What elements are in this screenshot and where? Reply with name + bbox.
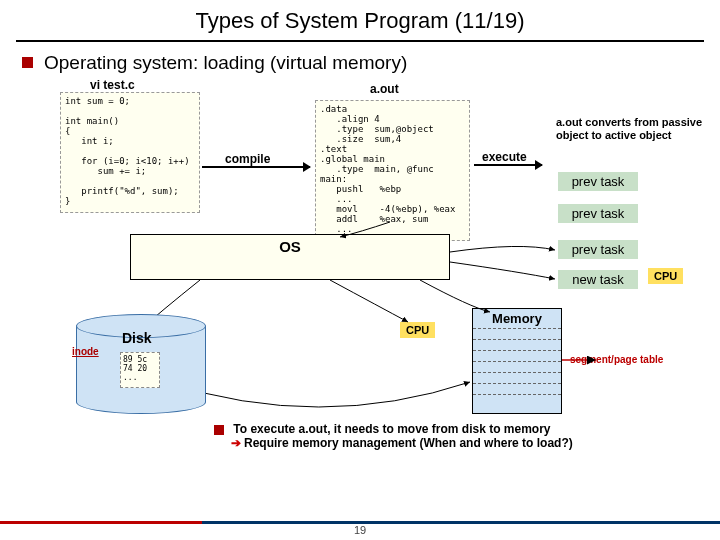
compile-label: compile	[225, 152, 270, 166]
page-number: 19	[0, 524, 720, 536]
section-header: Operating system: loading (virtual memor…	[0, 52, 720, 74]
memory-slot	[473, 383, 561, 394]
section-text: Operating system: loading (virtual memor…	[44, 52, 407, 73]
disk-label: Disk	[122, 330, 152, 346]
bottom-line2: Require memory management (When and wher…	[244, 436, 573, 450]
os-box: OS	[130, 234, 450, 280]
source-file-label: vi test.c	[90, 78, 135, 92]
page-title: Types of System Program (11/19)	[0, 0, 720, 40]
memory-box: Memory	[472, 308, 562, 414]
memory-slot	[473, 350, 561, 361]
prev-task-1: prev task	[558, 172, 638, 191]
prev-task-3: prev task	[558, 240, 638, 259]
inode-label: inode	[72, 346, 99, 357]
convert-explanation: a.out converts from passive object to ac…	[556, 116, 711, 142]
disk-file-block: 89 5c 74 20 ...	[120, 352, 160, 388]
bullet-icon	[214, 425, 224, 435]
cpu-badge-task: CPU	[648, 268, 683, 284]
bottom-note: To execute a.out, it needs to move from …	[214, 422, 714, 450]
segment-page-table-label: segment/page table	[570, 354, 663, 365]
memory-title: Memory	[473, 309, 561, 328]
diagram-canvas: vi test.c int sum = 0; int main() { int …	[0, 82, 720, 482]
memory-slot	[473, 372, 561, 383]
memory-slot	[473, 361, 561, 372]
memory-slot	[473, 328, 561, 339]
cpu-badge-center: CPU	[400, 322, 435, 338]
prev-task-2: prev task	[558, 204, 638, 223]
bullet-icon	[22, 57, 33, 68]
bottom-line1: To execute a.out, it needs to move from …	[233, 422, 550, 436]
aout-code-box: .data .align 4 .type sum,@object .size s…	[315, 100, 470, 241]
title-underline	[16, 40, 704, 42]
source-code-box: int sum = 0; int main() { int i; for (i=…	[60, 92, 200, 213]
new-task: new task	[558, 270, 638, 289]
aout-label: a.out	[370, 82, 399, 96]
memory-slot	[473, 339, 561, 350]
memory-slot	[473, 394, 561, 405]
execute-arrow	[474, 164, 542, 166]
compile-arrow	[202, 166, 310, 168]
execute-label: execute	[482, 150, 527, 164]
arrow-right-icon: ➔	[231, 436, 241, 450]
